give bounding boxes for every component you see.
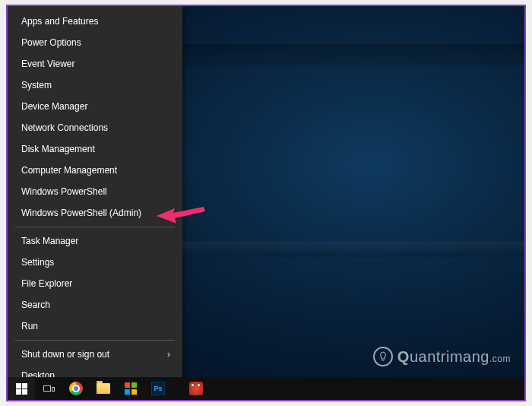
- menu-item-shut-down-or-sign-out[interactable]: Shut down or sign out ›: [8, 344, 182, 365]
- menu-item-system[interactable]: System: [8, 75, 182, 96]
- watermark: Quantrimang.com: [373, 347, 511, 366]
- task-view-icon: [43, 385, 55, 392]
- task-view-button[interactable]: [35, 377, 62, 400]
- watermark-brand-initial: Q: [397, 348, 410, 365]
- menu-separator: [15, 227, 175, 227]
- menu-item-search[interactable]: Search: [8, 294, 182, 316]
- windows-logo-icon: [16, 383, 27, 395]
- taskbar-app-file-explorer[interactable]: [90, 377, 117, 400]
- menu-item-windows-powershell-admin[interactable]: Windows PowerShell (Admin): [8, 202, 182, 224]
- taskbar-app-chrome[interactable]: [62, 377, 90, 400]
- menu-item-device-manager[interactable]: Device Manager: [8, 96, 182, 117]
- taskbar-app-store[interactable]: [117, 377, 144, 400]
- photoshop-icon: Ps: [151, 382, 165, 395]
- chevron-right-icon: ›: [167, 349, 170, 360]
- menu-item-task-manager[interactable]: Task Manager: [8, 230, 182, 252]
- bulb-icon: [373, 347, 393, 366]
- menu-item-run[interactable]: Run: [8, 316, 182, 337]
- start-button[interactable]: [8, 377, 35, 400]
- menu-item-disk-management[interactable]: Disk Management: [8, 138, 182, 160]
- security-tool-icon: [189, 382, 203, 395]
- watermark-suffix: .com: [489, 354, 511, 364]
- menu-item-network-connections[interactable]: Network Connections: [8, 117, 182, 138]
- menu-item-file-explorer[interactable]: File Explorer: [8, 273, 182, 294]
- menu-item-computer-management[interactable]: Computer Management: [8, 160, 182, 181]
- taskbar: Ps: [8, 377, 524, 400]
- menu-item-settings[interactable]: Settings: [8, 252, 182, 273]
- microsoft-store-icon: [125, 382, 137, 395]
- menu-item-power-options[interactable]: Power Options: [8, 32, 182, 53]
- menu-separator: [15, 340, 175, 341]
- taskbar-app-security[interactable]: [182, 377, 210, 400]
- folder-icon: [97, 383, 110, 394]
- menu-item-event-viewer[interactable]: Event Viewer: [8, 53, 182, 75]
- taskbar-app-photoshop[interactable]: Ps: [144, 377, 172, 400]
- winx-context-menu: Apps and Features Power Options Event Vi…: [8, 6, 182, 391]
- chrome-icon: [69, 382, 83, 395]
- menu-item-apps-and-features[interactable]: Apps and Features: [8, 11, 182, 32]
- menu-item-windows-powershell[interactable]: Windows PowerShell: [8, 181, 182, 202]
- desktop-background[interactable]: Apps and Features Power Options Event Vi…: [6, 5, 526, 401]
- watermark-brand-rest: uantrimang: [410, 348, 489, 365]
